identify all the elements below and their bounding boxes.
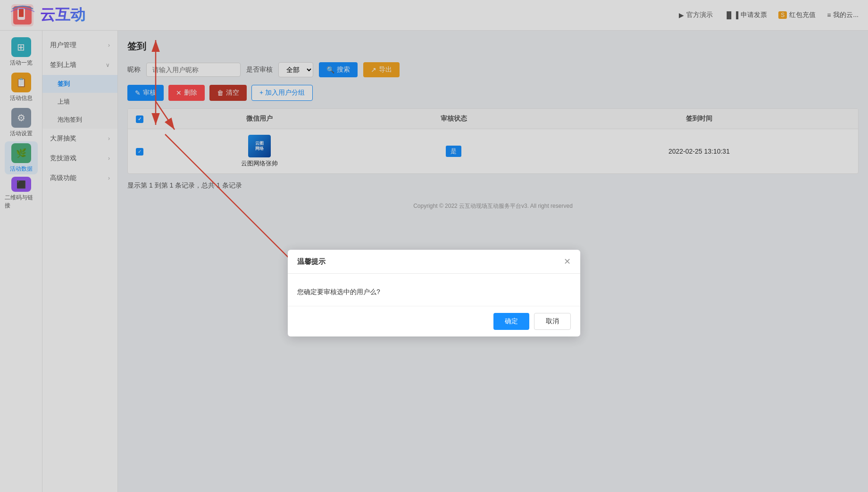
- modal-overlay: 温馨提示 ✕ 您确定要审核选中的用户么? 确定 取消: [0, 0, 868, 492]
- modal-message: 您确定要审核选中的用户么?: [297, 288, 380, 295]
- modal-header: 温馨提示 ✕: [288, 250, 580, 274]
- modal-body: 您确定要审核选中的用户么?: [288, 274, 580, 306]
- modal-title: 温馨提示: [297, 257, 326, 266]
- modal-close-button[interactable]: ✕: [564, 256, 571, 267]
- modal: 温馨提示 ✕ 您确定要审核选中的用户么? 确定 取消: [288, 250, 580, 336]
- modal-confirm-button[interactable]: 确定: [493, 313, 529, 330]
- modal-cancel-button[interactable]: 取消: [534, 313, 571, 330]
- modal-footer: 确定 取消: [288, 306, 580, 336]
